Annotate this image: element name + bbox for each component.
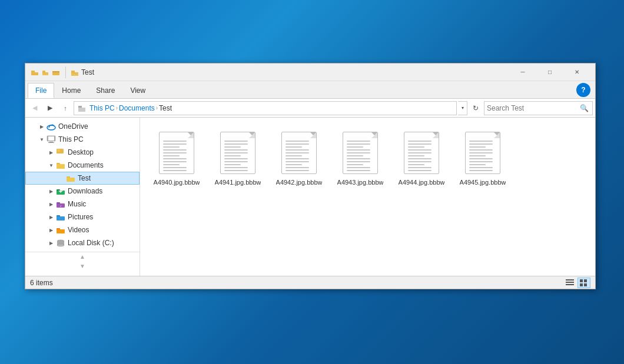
doc-line <box>224 149 248 151</box>
search-box[interactable]: 🔍 <box>484 101 593 115</box>
minimize-button[interactable]: ─ <box>509 64 536 81</box>
view-details-button[interactable] <box>563 278 576 288</box>
file-item[interactable]: A4942.jpg.bbbw <box>270 125 328 189</box>
svg-rect-35 <box>566 279 574 280</box>
doc-line <box>347 143 370 145</box>
desktop-icon <box>56 148 65 157</box>
view-icons-button[interactable] <box>577 278 590 288</box>
doc-line <box>286 167 309 168</box>
doc-lines <box>347 141 370 171</box>
tb-ctrl-3 <box>51 68 61 77</box>
address-breadcrumb[interactable]: This PC › Documents › Test <box>74 101 457 115</box>
documents-icon <box>56 161 65 170</box>
sidebar-label-this-pc: This PC <box>58 135 84 143</box>
svg-rect-4 <box>42 72 48 74</box>
sidebar-item-onedrive[interactable]: ▶ OneDrive <box>25 120 140 133</box>
sidebar-item-test[interactable]: Test <box>25 172 140 185</box>
back-button[interactable]: ◀ <box>28 101 42 115</box>
file-name: A4943.jpg.bbbw <box>337 178 384 186</box>
svg-rect-22 <box>67 178 75 182</box>
doc-line <box>286 155 302 156</box>
file-item[interactable]: A4945.jpg.bbbw <box>453 125 512 189</box>
title-bar-controls <box>30 68 61 77</box>
doc-line <box>163 141 187 142</box>
sidebar-item-desktop[interactable]: ▶ Desktop <box>25 146 140 159</box>
sidebar-item-pictures[interactable]: ▶ Pictures <box>25 211 140 223</box>
expand-arrow-onedrive[interactable]: ▶ <box>37 122 47 131</box>
doc-line <box>286 164 302 165</box>
file-item[interactable]: A4941.jpg.bbbw <box>208 125 267 189</box>
doc-line <box>469 161 493 162</box>
tab-share[interactable]: Share <box>88 83 122 98</box>
doc-line <box>163 155 180 156</box>
doc-line <box>469 155 486 156</box>
doc-line <box>408 155 424 156</box>
svg-rect-20 <box>57 164 65 169</box>
tb-ctrl-1 <box>30 68 39 77</box>
file-name: A4944.jpg.bbbw <box>399 178 445 186</box>
search-input[interactable] <box>487 104 578 112</box>
sidebar-item-music[interactable]: ▶ ♪ Music <box>25 198 140 211</box>
doc-line <box>347 167 370 168</box>
close-button[interactable]: ✕ <box>563 64 590 81</box>
doc-line <box>224 164 241 165</box>
sidebar-scroll-down[interactable]: ▼ <box>25 261 140 271</box>
doc-line <box>224 167 248 168</box>
sidebar-item-documents[interactable]: ▼ Documents <box>25 159 140 172</box>
doc-line <box>347 164 363 165</box>
view-buttons <box>563 278 590 288</box>
forward-button[interactable]: ▶ <box>43 101 57 115</box>
address-dropdown-button[interactable]: ▾ <box>458 101 467 115</box>
expand-arrow-documents[interactable]: ▼ <box>47 161 56 170</box>
file-item[interactable]: A4940.jpg.bbbw <box>147 125 206 189</box>
doc-line <box>408 170 432 171</box>
search-icon[interactable]: 🔍 <box>578 102 590 114</box>
doc-line <box>224 143 248 145</box>
forward-icon: ▶ <box>48 104 52 112</box>
sidebar-item-this-pc[interactable]: ▼ This PC <box>25 133 140 146</box>
refresh-button[interactable]: ↻ <box>469 101 483 115</box>
expand-arrow-local-disk[interactable]: ▶ <box>47 238 56 248</box>
breadcrumb-documents[interactable]: Documents <box>119 104 155 112</box>
doc-line <box>286 149 309 151</box>
doc-line <box>286 141 309 142</box>
doc-line <box>408 167 432 168</box>
expand-arrow-desktop[interactable]: ▶ <box>47 148 56 157</box>
sidebar-item-local-disk[interactable]: ▶ Local Disk (C:) <box>25 236 140 249</box>
doc-line <box>347 158 370 159</box>
videos-icon <box>56 225 65 235</box>
icons-view-icon <box>580 279 588 286</box>
doc-line <box>286 146 302 148</box>
tab-home[interactable]: Home <box>54 83 88 98</box>
window-title: Test <box>81 68 509 76</box>
svg-rect-6 <box>52 71 59 72</box>
help-button[interactable]: ? <box>576 83 590 97</box>
document-icon <box>159 132 194 174</box>
expand-arrow-this-pc[interactable]: ▼ <box>37 135 47 144</box>
file-item[interactable]: A4943.jpg.bbbw <box>331 125 390 189</box>
doc-line <box>224 141 248 142</box>
expand-arrow-downloads[interactable]: ▶ <box>47 186 56 196</box>
test-folder-icon <box>66 173 75 183</box>
tb-ctrl-2 <box>41 68 50 77</box>
doc-line <box>286 143 309 145</box>
sidebar-item-downloads[interactable]: ▶ Downloads <box>25 185 140 198</box>
file-item[interactable]: A4944.jpg.bbbw <box>392 125 451 189</box>
sep-2: › <box>156 105 158 111</box>
doc-line <box>408 149 432 151</box>
sidebar-item-videos[interactable]: ▶ Videos <box>25 223 140 236</box>
tab-file[interactable]: File <box>28 83 54 98</box>
up-button[interactable]: ↑ <box>58 101 72 115</box>
expand-arrow-pictures[interactable]: ▶ <box>47 212 56 222</box>
sidebar-scroll-up[interactable]: ▲ <box>25 252 140 261</box>
svg-rect-1 <box>31 72 38 75</box>
svg-rect-39 <box>584 279 587 282</box>
doc-line <box>347 152 370 153</box>
tab-view[interactable]: View <box>122 83 153 98</box>
breadcrumb-this-pc[interactable]: This PC <box>89 104 115 112</box>
local-disk-icon <box>56 238 65 248</box>
maximize-button[interactable]: □ <box>536 64 563 81</box>
expand-arrow-videos[interactable]: ▶ <box>47 225 56 235</box>
expand-arrow-music[interactable]: ▶ <box>47 199 56 209</box>
doc-line <box>408 152 432 153</box>
